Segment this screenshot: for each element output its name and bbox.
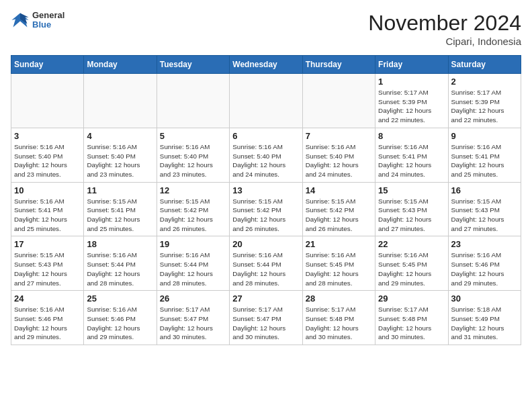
- day-detail: Sunrise: 5:17 AMSunset: 5:48 PMDaylight:…: [306, 305, 372, 342]
- week-row-3: 10Sunrise: 5:16 AMSunset: 5:41 PMDayligh…: [11, 182, 521, 236]
- day-number: 1: [378, 77, 445, 87]
- day-detail: Sunrise: 5:16 AMSunset: 5:40 PMDaylight:…: [160, 142, 226, 179]
- logo-blue: Blue: [32, 20, 64, 30]
- calendar-cell: 10Sunrise: 5:16 AMSunset: 5:41 PMDayligh…: [11, 182, 84, 236]
- day-number: 15: [378, 185, 445, 195]
- calendar-cell: [230, 74, 302, 128]
- calendar-subtitle: Cipari, Indonesia: [368, 36, 521, 47]
- calendar-cell: 26Sunrise: 5:17 AMSunset: 5:47 PMDayligh…: [157, 291, 229, 345]
- calendar-cell: 21Sunrise: 5:16 AMSunset: 5:45 PMDayligh…: [302, 236, 375, 291]
- day-number: 24: [14, 293, 81, 304]
- day-number: 17: [14, 239, 81, 249]
- day-detail: Sunrise: 5:15 AMSunset: 5:41 PMDaylight:…: [87, 197, 153, 234]
- day-number: 8: [378, 131, 445, 141]
- day-detail: Sunrise: 5:16 AMSunset: 5:45 PMDaylight:…: [306, 250, 372, 287]
- day-number: 3: [14, 131, 81, 141]
- day-detail: Sunrise: 5:16 AMSunset: 5:40 PMDaylight:…: [232, 142, 299, 179]
- day-detail: Sunrise: 5:18 AMSunset: 5:49 PMDaylight:…: [451, 305, 518, 342]
- day-detail: Sunrise: 5:16 AMSunset: 5:41 PMDaylight:…: [451, 142, 518, 179]
- day-number: 5: [160, 131, 226, 141]
- day-number: 22: [378, 239, 445, 249]
- calendar-cell: [157, 74, 229, 128]
- day-number: 6: [232, 131, 299, 141]
- calendar-body: 1Sunrise: 5:17 AMSunset: 5:39 PMDaylight…: [11, 74, 521, 345]
- day-number: 7: [306, 131, 372, 141]
- day-number: 27: [232, 293, 299, 304]
- calendar-title: November 2024: [368, 11, 521, 36]
- calendar-cell: 16Sunrise: 5:15 AMSunset: 5:43 PMDayligh…: [448, 182, 521, 236]
- day-detail: Sunrise: 5:15 AMSunset: 5:42 PMDaylight:…: [160, 197, 226, 234]
- day-of-week-monday: Monday: [84, 56, 157, 74]
- logo-general: General: [32, 11, 64, 20]
- day-detail: Sunrise: 5:15 AMSunset: 5:43 PMDaylight:…: [451, 197, 518, 234]
- day-detail: Sunrise: 5:15 AMSunset: 5:42 PMDaylight:…: [232, 197, 299, 234]
- calendar-cell: 7Sunrise: 5:16 AMSunset: 5:40 PMDaylight…: [302, 128, 375, 182]
- day-detail: Sunrise: 5:17 AMSunset: 5:47 PMDaylight:…: [232, 305, 299, 342]
- day-detail: Sunrise: 5:16 AMSunset: 5:44 PMDaylight:…: [160, 250, 226, 287]
- calendar-cell: 6Sunrise: 5:16 AMSunset: 5:40 PMDaylight…: [230, 128, 302, 182]
- calendar-cell: [11, 74, 84, 128]
- day-number: 9: [451, 131, 518, 141]
- day-detail: Sunrise: 5:16 AMSunset: 5:44 PMDaylight:…: [87, 250, 153, 287]
- day-number: 28: [306, 293, 372, 304]
- calendar-cell: 12Sunrise: 5:15 AMSunset: 5:42 PMDayligh…: [157, 182, 229, 236]
- calendar-cell: 8Sunrise: 5:16 AMSunset: 5:41 PMDaylight…: [375, 128, 448, 182]
- calendar-cell: 17Sunrise: 5:15 AMSunset: 5:43 PMDayligh…: [11, 236, 84, 291]
- calendar-cell: 28Sunrise: 5:17 AMSunset: 5:48 PMDayligh…: [302, 291, 375, 345]
- calendar-cell: 18Sunrise: 5:16 AMSunset: 5:44 PMDayligh…: [84, 236, 157, 291]
- day-detail: Sunrise: 5:16 AMSunset: 5:41 PMDaylight:…: [378, 142, 445, 179]
- calendar-cell: 11Sunrise: 5:15 AMSunset: 5:41 PMDayligh…: [84, 182, 157, 236]
- day-number: 19: [160, 239, 226, 249]
- week-row-2: 3Sunrise: 5:16 AMSunset: 5:40 PMDaylight…: [11, 128, 521, 182]
- calendar-header: SundayMondayTuesdayWednesdayThursdayFrid…: [11, 56, 521, 74]
- day-number: 14: [306, 185, 372, 195]
- calendar-cell: 30Sunrise: 5:18 AMSunset: 5:49 PMDayligh…: [448, 291, 521, 345]
- day-number: 21: [306, 239, 372, 249]
- logo-text: General Blue: [32, 11, 64, 30]
- day-detail: Sunrise: 5:15 AMSunset: 5:43 PMDaylight:…: [378, 197, 445, 234]
- calendar-cell: [302, 74, 375, 128]
- day-of-week-saturday: Saturday: [448, 56, 521, 74]
- day-number: 18: [87, 239, 153, 249]
- day-of-week-sunday: Sunday: [11, 56, 84, 74]
- day-number: 12: [160, 185, 226, 195]
- page-header: General Blue November 2024 Cipari, Indon…: [11, 11, 521, 47]
- calendar-cell: 23Sunrise: 5:16 AMSunset: 5:46 PMDayligh…: [448, 236, 521, 291]
- day-number: 2: [451, 77, 518, 87]
- day-number: 29: [378, 293, 445, 304]
- day-of-week-tuesday: Tuesday: [157, 56, 229, 74]
- day-number: 30: [451, 293, 518, 304]
- day-detail: Sunrise: 5:17 AMSunset: 5:48 PMDaylight:…: [378, 305, 445, 342]
- day-number: 23: [451, 239, 518, 249]
- calendar-cell: 13Sunrise: 5:15 AMSunset: 5:42 PMDayligh…: [230, 182, 302, 236]
- day-detail: Sunrise: 5:17 AMSunset: 5:39 PMDaylight:…: [451, 88, 518, 125]
- calendar-cell: 9Sunrise: 5:16 AMSunset: 5:41 PMDaylight…: [448, 128, 521, 182]
- calendar-cell: 5Sunrise: 5:16 AMSunset: 5:40 PMDaylight…: [157, 128, 229, 182]
- calendar-cell: 25Sunrise: 5:16 AMSunset: 5:46 PMDayligh…: [84, 291, 157, 345]
- day-of-week-thursday: Thursday: [302, 56, 375, 74]
- day-number: 20: [232, 239, 299, 249]
- day-number: 16: [451, 185, 518, 195]
- day-detail: Sunrise: 5:16 AMSunset: 5:40 PMDaylight:…: [306, 142, 372, 179]
- week-row-4: 17Sunrise: 5:15 AMSunset: 5:43 PMDayligh…: [11, 236, 521, 291]
- calendar-table: SundayMondayTuesdayWednesdayThursdayFrid…: [11, 55, 521, 345]
- day-detail: Sunrise: 5:15 AMSunset: 5:42 PMDaylight:…: [306, 197, 372, 234]
- day-detail: Sunrise: 5:16 AMSunset: 5:46 PMDaylight:…: [14, 305, 81, 342]
- calendar-cell: 15Sunrise: 5:15 AMSunset: 5:43 PMDayligh…: [375, 182, 448, 236]
- calendar-cell: 14Sunrise: 5:15 AMSunset: 5:42 PMDayligh…: [302, 182, 375, 236]
- day-detail: Sunrise: 5:16 AMSunset: 5:44 PMDaylight:…: [232, 250, 299, 287]
- day-number: 25: [87, 293, 153, 304]
- day-header-row: SundayMondayTuesdayWednesdayThursdayFrid…: [11, 56, 521, 74]
- day-number: 4: [87, 131, 153, 141]
- calendar-cell: 1Sunrise: 5:17 AMSunset: 5:39 PMDaylight…: [375, 74, 448, 128]
- day-detail: Sunrise: 5:16 AMSunset: 5:41 PMDaylight:…: [14, 197, 81, 234]
- calendar-cell: 27Sunrise: 5:17 AMSunset: 5:47 PMDayligh…: [230, 291, 302, 345]
- calendar-cell: 3Sunrise: 5:16 AMSunset: 5:40 PMDaylight…: [11, 128, 84, 182]
- day-detail: Sunrise: 5:15 AMSunset: 5:43 PMDaylight:…: [14, 250, 81, 287]
- day-number: 26: [160, 293, 226, 304]
- calendar-cell: 20Sunrise: 5:16 AMSunset: 5:44 PMDayligh…: [230, 236, 302, 291]
- calendar-cell: [84, 74, 157, 128]
- logo: General Blue: [11, 11, 64, 30]
- day-number: 10: [14, 185, 81, 195]
- logo-bird-icon: [11, 11, 30, 30]
